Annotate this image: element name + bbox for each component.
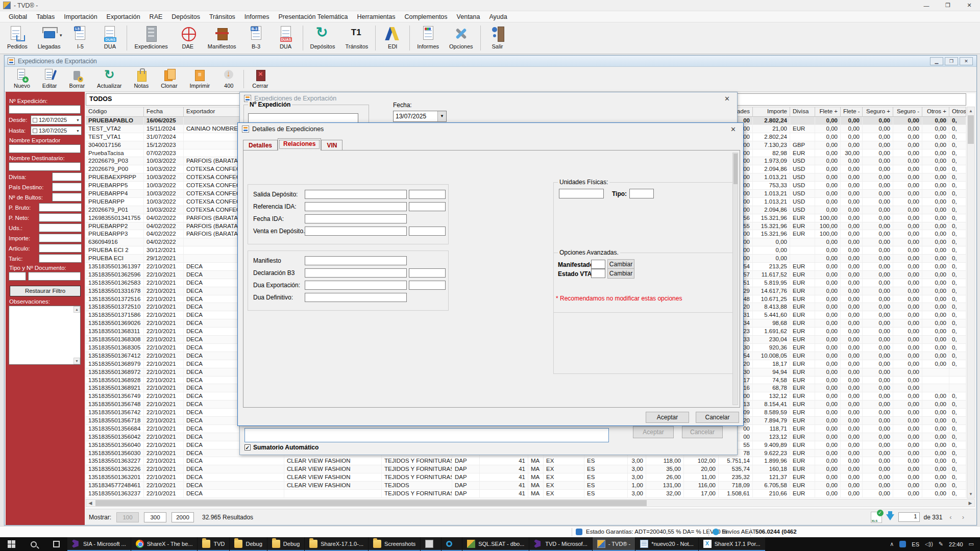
menu-item-informes[interactable]: Informes bbox=[240, 12, 274, 21]
toolbar-button-b-3[interactable]: B-3B-3 bbox=[241, 23, 271, 53]
filter-input-pa-s-destino[interactable] bbox=[52, 183, 82, 191]
vertical-scrollbar[interactable]: ▲ ▼ bbox=[967, 107, 975, 498]
field-input-salida-dep-sito[interactable] bbox=[305, 190, 407, 199]
page-number-input[interactable]: 1 bbox=[898, 512, 920, 522]
toolbar-button-informes[interactable]: Informes bbox=[412, 23, 444, 53]
child-restore-button[interactable]: ❐ bbox=[945, 57, 958, 65]
taskbar-button-screenshots[interactable]: Screenshots bbox=[369, 537, 420, 551]
taskbar-button-tvd[interactable]: - TVD® - bbox=[593, 537, 635, 551]
menu-item-herramientas[interactable]: Herramientas bbox=[352, 12, 400, 21]
table-row[interactable]: 135183550136322622/10/2021DECACLEAR VIEW… bbox=[86, 465, 966, 473]
taskbar-button-icon[interactable] bbox=[421, 537, 441, 551]
tab-detalles[interactable]: Detalles bbox=[243, 140, 278, 151]
tray-pen-icon[interactable]: ✎ bbox=[939, 541, 943, 547]
menu-item-ventana[interactable]: Ventana bbox=[452, 12, 485, 21]
toolbar-button-tr-nsitos[interactable]: Tránsitos bbox=[340, 23, 373, 53]
taskbar-button-sharex-the-be[interactable]: ShareX - The be... bbox=[131, 537, 198, 551]
dropdown-arrow-icon[interactable]: ▼ bbox=[59, 33, 63, 38]
estado-cambiar-button[interactable]: Cambiar bbox=[607, 268, 634, 279]
app-maximize-button[interactable]: ❐ bbox=[937, 0, 959, 11]
table-row[interactable]: 135183457724846122/10/2021DECACLEAR VIEW… bbox=[86, 482, 966, 490]
taskbar-button-tvd[interactable]: TVD bbox=[198, 537, 229, 551]
search-button[interactable] bbox=[22, 537, 45, 551]
dialog1-cancelar-button[interactable]: Cancelar bbox=[682, 426, 723, 438]
toolbar-button-salir[interactable]: Salir bbox=[483, 23, 512, 53]
window-toolbar-button-editar[interactable]: Editar bbox=[36, 68, 63, 90]
restaurar-filtro-button[interactable]: Restaurar Filtro bbox=[10, 286, 81, 296]
scroll-down-icon[interactable]: ▼ bbox=[74, 358, 80, 364]
page-size-button-300[interactable]: 300 bbox=[144, 512, 166, 522]
child-minimize-button[interactable]: ▁ bbox=[930, 57, 943, 65]
field-input-short-salida-dep-sito[interactable] bbox=[409, 190, 446, 199]
tab-scrollbar[interactable] bbox=[732, 153, 738, 405]
column-header-otros[interactable]: Otros - bbox=[949, 107, 966, 116]
field-input-referencia-ida[interactable] bbox=[305, 202, 407, 211]
menu-item-ayuda[interactable]: Ayuda bbox=[484, 12, 511, 21]
field-input-dua-definitivo[interactable] bbox=[305, 293, 407, 302]
field-input-short-declaraci-n-b3[interactable] bbox=[409, 268, 446, 278]
tray-language[interactable]: ES bbox=[912, 541, 919, 547]
window-toolbar-button-borrar[interactable]: Borrar bbox=[63, 68, 91, 90]
column-header-fecha[interactable]: Fecha bbox=[144, 107, 184, 116]
fecha-combobox[interactable]: 13/07/2025 ▼ bbox=[393, 111, 447, 122]
window-toolbar-button-cerrar[interactable]: Cerrar bbox=[246, 68, 274, 90]
taskbar-button-icon[interactable] bbox=[442, 537, 462, 551]
tray-clock[interactable]: 22:40 bbox=[949, 541, 963, 547]
taskbar-button-sia-microsoft[interactable]: SIA - Microsoft ... bbox=[67, 537, 131, 551]
filter-input-nombre-destinatario[interactable] bbox=[9, 162, 81, 171]
field-input-short-venta-en-dep-sito[interactable] bbox=[409, 227, 446, 236]
field-input-declaraci-n-b3[interactable] bbox=[305, 268, 407, 278]
app-minimize-button[interactable]: — bbox=[916, 0, 937, 11]
toolbar-button-dua[interactable]: DUASDUA bbox=[95, 23, 125, 53]
checkbox-icon[interactable] bbox=[33, 129, 37, 133]
estado-vta-input[interactable] bbox=[591, 269, 605, 278]
taskbar-button-sql-seat-dbo[interactable]: SQL.SEAT - dbo... bbox=[462, 537, 529, 551]
horizontal-scrollbar[interactable]: ◀ ▶ bbox=[86, 499, 975, 507]
unidades-input[interactable] bbox=[559, 189, 604, 198]
taskbar-button-tvd-microsof[interactable]: TVD - Microsof... bbox=[529, 537, 592, 551]
filter-input-articulo[interactable] bbox=[39, 244, 82, 253]
fecha-dropdown-icon[interactable]: ▼ bbox=[437, 111, 446, 121]
toolbar-button-dep-sitos[interactable]: Depósitos bbox=[305, 23, 340, 53]
menu-item-dep-sitos[interactable]: Depósitos bbox=[167, 12, 205, 21]
field-input-short-referencia-ida[interactable] bbox=[409, 202, 446, 211]
menu-item-rae[interactable]: RAE bbox=[145, 12, 167, 21]
toolbar-button-pedidos[interactable]: Pedidos bbox=[2, 23, 33, 53]
menu-item-global[interactable]: Global bbox=[4, 12, 32, 21]
child-titlebar[interactable]: Expediciones de Exportación ▁ ❐ ✕ bbox=[5, 56, 976, 67]
column-header-seguro[interactable]: Seguro + bbox=[863, 107, 893, 116]
window-toolbar-button-400[interactable]: 400 bbox=[216, 68, 241, 90]
taskbar-button-debug[interactable]: Debug bbox=[267, 537, 304, 551]
menu-item-tablas[interactable]: Tablas bbox=[32, 12, 59, 21]
filter-num-doc-input[interactable] bbox=[28, 272, 81, 281]
scroll-up-icon[interactable]: ▲ bbox=[967, 107, 974, 115]
page-size-button-100[interactable]: 100 bbox=[116, 512, 139, 522]
filter-input-n-expedici-n[interactable] bbox=[9, 105, 81, 114]
column-header-seguro[interactable]: Seguro - bbox=[893, 107, 922, 116]
field-input-dua-exportaci-n[interactable] bbox=[305, 281, 407, 290]
dialog1-close-icon[interactable]: ✕ bbox=[721, 95, 733, 103]
download-icon[interactable] bbox=[886, 514, 894, 520]
taskbar-button-debug[interactable]: Debug bbox=[230, 537, 266, 551]
child-close-button[interactable]: ✕ bbox=[960, 57, 973, 65]
filter-datebox-hasta[interactable]: 13/07/2025▼ bbox=[31, 126, 82, 135]
tray-expand-icon[interactable]: ∧ bbox=[890, 541, 894, 547]
dropdown-arrow-icon[interactable]: ▼ bbox=[76, 118, 81, 122]
scroll-up-icon[interactable]: ▲ bbox=[74, 306, 80, 313]
column-header-divisa[interactable]: Divisa bbox=[790, 107, 815, 116]
dialog1-titlebar[interactable]: Expediciones de Exportación ✕ bbox=[240, 92, 737, 105]
app-close-button[interactable]: ✕ bbox=[959, 0, 980, 11]
filter-input-nombre-exportador[interactable] bbox=[9, 144, 81, 153]
dropdown-arrow-icon[interactable]: ▼ bbox=[76, 129, 81, 133]
toolbar-button-llegadas[interactable]: ▼Llegadas bbox=[33, 23, 66, 53]
tray-notifications-icon[interactable]: ▭ bbox=[969, 541, 974, 547]
tray-volume-icon[interactable]: ◁)) bbox=[925, 541, 933, 547]
manifestado-input[interactable] bbox=[591, 260, 605, 269]
column-header-c-digo[interactable]: Código bbox=[86, 107, 144, 116]
tray-app-icon[interactable] bbox=[899, 541, 906, 547]
filter-tipo-doc-input[interactable] bbox=[9, 272, 26, 281]
scroll-down-icon[interactable]: ▼ bbox=[967, 490, 974, 498]
page-size-button-2000[interactable]: 2000 bbox=[172, 512, 194, 522]
table-row[interactable]: 135183550136320122/10/2021DECACLEAR VIEW… bbox=[86, 473, 966, 482]
dialog1-aceptar-button[interactable]: Aceptar bbox=[633, 426, 674, 438]
